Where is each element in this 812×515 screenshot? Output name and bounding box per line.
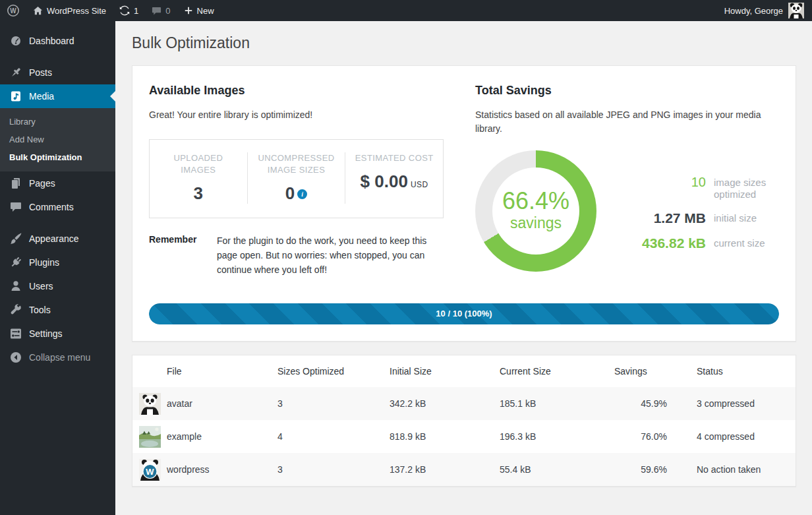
dial-center-text: 66.4% savings [475, 150, 596, 272]
admin-sidebar: Dashboard Posts Media Library Add New Bu… [0, 21, 115, 515]
file-name: avatar [167, 387, 277, 420]
comments-icon [9, 200, 22, 214]
stat-number: $ 0.00 [361, 171, 408, 191]
comments-bubble-icon [152, 6, 161, 16]
sidebar-item-settings[interactable]: Settings [0, 322, 115, 346]
available-images-section: Available Images Great! Your entire libr… [149, 82, 444, 277]
file-name: example [167, 420, 277, 453]
sidebar-item-plugins[interactable]: Plugins [0, 251, 115, 274]
collapse-menu-button[interactable]: Collapse menu [0, 346, 115, 369]
svg-text:W: W [10, 7, 16, 15]
sidebar-item-label: Plugins [29, 257, 59, 268]
sidebar-item-label: Comments [29, 202, 74, 212]
savings-value: 45.9% [614, 387, 667, 420]
pushpin-icon [9, 66, 22, 79]
image-stats-box: UPLOADED IMAGES 3 UNCOMPRESSED IMAGE SIZ… [149, 139, 444, 218]
initial-size-value: 818.9 kB [390, 420, 500, 453]
remember-note: Remember For the plugin to do the work, … [149, 234, 444, 277]
menu-separator [0, 53, 115, 61]
status-value: 4 compressed [667, 420, 796, 453]
sidebar-item-media[interactable]: Media [0, 84, 115, 108]
sidebar-item-label: Tools [29, 305, 51, 315]
svg-text:W: W [146, 467, 154, 477]
current-size-value: 185.1 kB [500, 387, 614, 420]
sidebar-item-posts[interactable]: Posts [0, 61, 115, 84]
new-label: New [197, 6, 214, 16]
optimized-files-table: File Sizes Optimized Initial Size Curren… [132, 355, 796, 486]
panda-wordpress-thumbnail: W [139, 459, 161, 481]
current-size-column-header: Current Size [500, 355, 614, 387]
thumbnail-column-header [132, 355, 167, 387]
sizes-optimized-value: 3 [277, 453, 390, 486]
savings-caption: savings [510, 214, 562, 233]
sidebar-item-bulk-optimization[interactable]: Bulk Optimization [0, 148, 115, 166]
sidebar-item-users[interactable]: Users [0, 274, 115, 298]
stat-value: 3 [155, 183, 242, 204]
estimated-cost-stat: ESTIMATED COST $ 0.00USD [345, 152, 443, 204]
plugins-icon [9, 256, 22, 269]
settings-icon [9, 327, 22, 340]
initial-size-value: 342.2 kB [390, 387, 500, 420]
stat-value: $ 0.00USD [351, 171, 438, 192]
current-size-stat: 436.82 kB current size [625, 235, 788, 251]
library-optimized-message: Great! Your entire library is optimimize… [149, 108, 444, 122]
total-savings-section: Total Savings Statistics based on all av… [475, 82, 788, 277]
savings-dial: 66.4% savings [475, 150, 596, 272]
plus-icon [184, 6, 193, 15]
status-value: No action taken [667, 453, 796, 486]
menu-separator [0, 219, 115, 227]
sidebar-item-label: Dashboard [29, 36, 74, 46]
stat-value: 436.82 kB [625, 235, 706, 251]
sizes-column-header: Sizes Optimized [277, 355, 390, 387]
site-name-menu[interactable]: WordPress Site [26, 0, 113, 21]
howdy-label: Howdy, George [724, 6, 783, 16]
bulk-progress-bar: 10 / 10 (100%) [149, 303, 779, 324]
sidebar-item-library[interactable]: Library [0, 113, 115, 131]
avatar [788, 3, 804, 18]
stat-label: UNCOMPRESSED IMAGE SIZES [253, 152, 340, 176]
comments-menu[interactable]: 0 [145, 0, 177, 21]
savings-value: 76.0% [614, 420, 667, 453]
updates-icon [119, 5, 130, 16]
savings-stats-list: 10 image sizes optimized 1.27 MB initial… [625, 171, 788, 252]
total-savings-heading: Total Savings [475, 84, 788, 98]
stat-label: current size [714, 235, 788, 250]
media-submenu: Library Add New Bulk Optimization [0, 108, 115, 171]
sidebar-item-tools[interactable]: Tools [0, 298, 115, 322]
media-icon [9, 90, 22, 103]
table-row: example 4 818.9 kB 196.3 kB 76.0% 4 comp… [132, 420, 796, 453]
remember-text: For the plugin to do the work, you need … [217, 234, 444, 277]
home-icon [33, 6, 43, 16]
panda-thumbnail [139, 393, 161, 415]
stat-number: 0 [285, 183, 295, 203]
sidebar-item-dashboard[interactable]: Dashboard [0, 29, 115, 53]
table-row: avatar 3 342.2 kB 185.1 kB 45.9% 3 compr… [132, 387, 796, 420]
wordpress-logo-menu[interactable]: W [0, 0, 26, 21]
main-content: Bulk Optimization Available Images Great… [115, 21, 812, 515]
sidebar-item-comments[interactable]: Comments [0, 195, 115, 219]
table-header-row: File Sizes Optimized Initial Size Curren… [132, 355, 796, 387]
currency-unit: USD [411, 180, 428, 189]
site-name-label: WordPress Site [47, 6, 106, 16]
appearance-icon [9, 232, 22, 245]
sidebar-item-add-new[interactable]: Add New [0, 131, 115, 148]
sidebar-item-appearance[interactable]: Appearance [0, 227, 115, 251]
savings-column-header: Savings [614, 355, 667, 387]
initial-size-column-header: Initial Size [390, 355, 500, 387]
uncompressed-sizes-stat: UNCOMPRESSED IMAGE SIZES 0 [247, 152, 345, 204]
info-icon[interactable] [297, 189, 307, 199]
sidebar-item-label: Users [29, 281, 53, 291]
new-content-menu[interactable]: New [177, 0, 221, 21]
status-value: 3 compressed [667, 387, 796, 420]
account-menu[interactable]: Howdy, George [724, 3, 812, 18]
sidebar-item-label: Posts [29, 67, 52, 78]
sizes-optimized-stat: 10 image sizes optimized [625, 175, 788, 202]
current-size-value: 196.3 kB [500, 420, 614, 453]
sidebar-item-pages[interactable]: Pages [0, 171, 115, 195]
status-column-header: Status [667, 355, 796, 387]
stat-label: ESTIMATED COST [351, 152, 438, 164]
bulk-progress-track: 10 / 10 (100%) [149, 303, 779, 324]
page-title: Bulk Optimization [132, 34, 796, 52]
sidebar-item-label: Media [29, 91, 54, 102]
updates-menu[interactable]: 1 [113, 0, 145, 21]
